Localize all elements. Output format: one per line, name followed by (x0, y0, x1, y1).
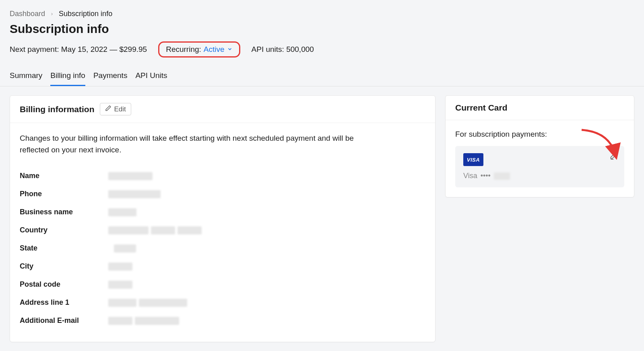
value-business (108, 208, 425, 216)
current-card-panel: Current Card For subscription payments: … (445, 95, 634, 197)
next-payment-value: May 15, 2022 — $299.95 (61, 45, 147, 53)
redacted-value (108, 226, 149, 234)
breadcrumb: Dashboard Subscription info (10, 10, 634, 18)
value-state (108, 244, 425, 252)
redacted-last4 (494, 172, 510, 180)
field-phone: Phone (20, 185, 425, 203)
redacted-value (108, 263, 132, 271)
redacted-value (151, 226, 175, 234)
edit-button-label: Edit (114, 105, 126, 113)
breadcrumb-current: Subscription info (59, 10, 112, 18)
field-city: City (20, 257, 425, 275)
billing-heading: Billing information (20, 105, 94, 114)
label-business: Business name (20, 208, 108, 216)
redacted-value (114, 244, 136, 252)
label-address1: Address line 1 (20, 298, 108, 307)
label-additional-email: Additional E-mail (20, 316, 108, 325)
label-postal: Postal code (20, 280, 108, 289)
label-country: Country (20, 226, 108, 234)
field-address1: Address line 1 (20, 294, 425, 312)
billing-note: Changes to your billing information will… (20, 133, 382, 156)
card-on-file: VISA Visa •••• (455, 146, 624, 187)
api-units: API units: 500,000 (252, 45, 314, 54)
current-card-note: For subscription payments: (455, 130, 624, 139)
field-additional-email: Additional E-mail (20, 312, 425, 330)
visa-logo: VISA (463, 153, 483, 166)
value-address1 (108, 299, 425, 307)
redacted-value (108, 172, 153, 180)
redacted-value (108, 208, 136, 216)
value-city (108, 263, 425, 271)
billing-information-card: Billing information Edit Changes to your… (10, 95, 436, 342)
label-city: City (20, 262, 108, 271)
card-mask: •••• (481, 172, 491, 180)
redacted-value (139, 299, 187, 307)
api-units-value: 500,000 (286, 45, 314, 53)
tab-summary[interactable]: Summary (10, 67, 42, 86)
tab-api-units[interactable]: API Units (135, 67, 167, 86)
current-card-heading: Current Card (455, 103, 508, 113)
field-postal: Postal code (20, 275, 425, 294)
next-payment: Next payment: May 15, 2022 — $299.95 (10, 45, 147, 54)
value-additional-email (108, 317, 425, 325)
recurring-status: Active (204, 45, 225, 54)
tab-billing-info[interactable]: Billing info (50, 67, 85, 86)
redacted-value (135, 317, 179, 325)
redacted-value (108, 190, 161, 198)
edit-billing-button[interactable]: Edit (100, 103, 131, 115)
field-country: Country (20, 221, 425, 239)
chevron-down-icon (227, 45, 233, 54)
label-phone: Phone (20, 190, 108, 198)
label-name: Name (20, 172, 108, 180)
value-country (108, 226, 425, 234)
api-units-label: API units: (252, 45, 284, 53)
redacted-value (108, 317, 132, 325)
card-brand-text: Visa (463, 172, 477, 180)
recurring-label: Recurring: (166, 45, 201, 54)
breadcrumb-root[interactable]: Dashboard (10, 10, 45, 18)
value-name (108, 172, 425, 180)
tabs: Summary Billing info Payments API Units (0, 67, 644, 86)
field-state: State (20, 239, 425, 257)
chevron-right-icon (50, 11, 54, 17)
field-name: Name (20, 167, 425, 185)
redacted-value (108, 281, 132, 289)
subscription-summary-row: Next payment: May 15, 2022 — $299.95 Rec… (10, 41, 634, 57)
redacted-value (108, 299, 136, 307)
page-title: Subscription info (10, 22, 634, 36)
recurring-dropdown[interactable]: Recurring: Active (158, 41, 240, 57)
edit-card-button[interactable] (610, 152, 618, 162)
value-phone (108, 190, 425, 198)
value-postal (108, 281, 425, 289)
redacted-value (178, 226, 202, 234)
field-business: Business name (20, 203, 425, 221)
pencil-icon (105, 105, 111, 113)
tab-payments[interactable]: Payments (93, 67, 127, 86)
label-state: State (20, 244, 108, 252)
next-payment-label: Next payment: (10, 45, 59, 53)
